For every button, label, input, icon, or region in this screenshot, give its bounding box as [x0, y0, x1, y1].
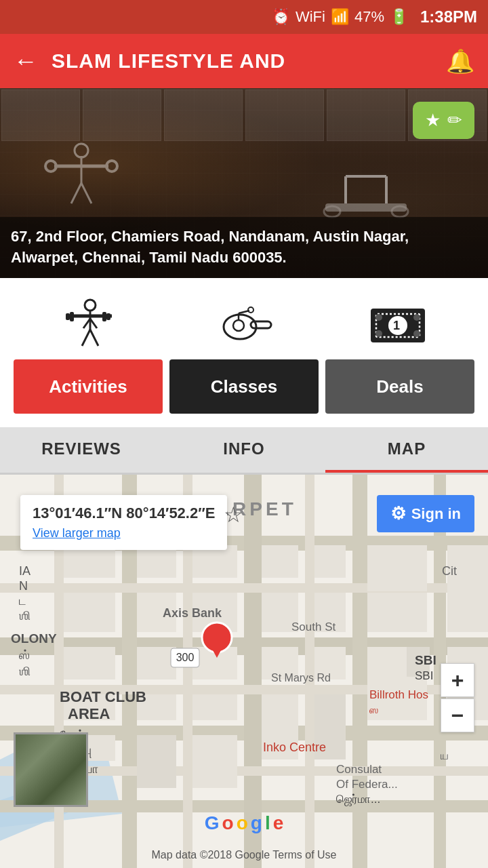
page-title: SLAM LIFESTYLE AND	[52, 50, 432, 73]
svg-line-5	[71, 183, 81, 203]
ceiling-light	[245, 90, 324, 141]
svg-rect-63	[192, 545, 237, 578]
svg-text:ஜெர்மா...: ஜெர்மா...	[336, 793, 380, 806]
svg-text:300: 300	[176, 652, 195, 663]
svg-point-34	[375, 314, 382, 321]
classes-icon	[214, 298, 274, 353]
google-g-red2: e	[273, 812, 284, 834]
google-g-blue2: g	[251, 812, 262, 834]
review-button[interactable]: ★ ✏	[413, 102, 474, 139]
svg-rect-77	[367, 593, 427, 632]
svg-text:SBI: SBI	[415, 653, 436, 667]
svg-text:IA: IA	[19, 564, 30, 578]
svg-rect-25	[251, 321, 271, 328]
gym-silhouette	[41, 142, 176, 224]
classes-icon-item	[176, 298, 312, 353]
svg-text:Billroth Hos: Billroth Hos	[369, 688, 428, 701]
map-area[interactable]: ALWARPET Axis Bank South St St Marys Rd …	[0, 475, 488, 868]
svg-text:ஶி: ஶி	[19, 609, 30, 623]
tab-map[interactable]: MAP	[325, 427, 488, 473]
svg-text:BOAT CLUB: BOAT CLUB	[60, 688, 146, 705]
svg-point-35	[413, 314, 420, 321]
activities-icon-item	[22, 298, 158, 353]
tab-info[interactable]: INFO	[163, 427, 325, 473]
svg-rect-18	[106, 313, 110, 320]
star-icon: ★	[425, 110, 441, 131]
svg-point-26	[233, 320, 244, 331]
status-time: 1:38PM	[420, 7, 477, 26]
svg-rect-68	[262, 545, 298, 578]
classes-button[interactable]: Classes	[169, 359, 319, 414]
svg-point-14	[85, 300, 96, 311]
tab-icons-row: 1	[0, 278, 488, 359]
top-bar: ← SLAM LIFESTYLE AND 🔔	[0, 34, 488, 88]
svg-text:Consulat: Consulat	[336, 763, 382, 776]
svg-text:ஶி: ஶி	[19, 665, 30, 678]
svg-point-37	[413, 330, 420, 337]
svg-text:St Marys Rd: St Marys Rd	[271, 672, 331, 684]
deals-icon-item: 1	[330, 298, 466, 353]
category-buttons-row: Activities Classes Deals	[0, 359, 488, 427]
svg-rect-49	[305, 475, 314, 868]
map-bookmark-button[interactable]: ☆	[224, 502, 243, 528]
battery-icon: 🔋	[390, 8, 408, 26]
coordinates-text: 13°01′46.1″N 80°14′52.2″E	[33, 505, 215, 522]
svg-rect-45	[352, 475, 367, 868]
view-larger-map-link[interactable]: View larger map	[33, 526, 215, 540]
svg-rect-55	[64, 647, 115, 679]
svg-line-21	[90, 330, 98, 346]
person-icon: ⚙	[390, 503, 406, 524]
svg-rect-54	[64, 593, 115, 632]
notification-bell-button[interactable]: 🔔	[446, 47, 474, 75]
svg-text:ட: ட	[19, 594, 26, 608]
google-g-blue: G	[205, 812, 220, 834]
alarm-icon: ⏰	[272, 8, 290, 26]
svg-text:ஸ: ஸ	[369, 704, 378, 715]
deals-icon: 1	[367, 298, 428, 353]
svg-text:AREA: AREA	[68, 705, 110, 722]
activities-icon	[60, 298, 121, 353]
svg-text:ஸ்: ஸ்	[19, 648, 30, 662]
map-copyright: Map data ©2018 Google Terms of Use	[152, 849, 337, 861]
ceiling-light	[164, 90, 243, 141]
activities-button[interactable]: Activities	[14, 359, 163, 414]
svg-text:Cit: Cit	[442, 564, 457, 578]
secondary-tabs: REVIEWS INFO MAP	[0, 427, 488, 475]
status-bar: ⏰ WiFi 📶 47% 🔋 1:38PM	[0, 0, 488, 34]
tab-reviews[interactable]: REVIEWS	[0, 427, 163, 473]
svg-rect-58	[137, 545, 176, 578]
signal-icon: 📶	[331, 8, 349, 26]
svg-rect-44	[244, 475, 262, 868]
wifi-icon: WiFi	[296, 8, 325, 26]
ceiling-light	[1, 90, 80, 141]
coordinates-box: 13°01′46.1″N 80°14′52.2″E View larger ma…	[20, 495, 227, 550]
svg-rect-79	[447, 545, 488, 632]
google-logo: G o o g l e	[205, 812, 283, 834]
svg-rect-62	[137, 735, 176, 788]
deals-button[interactable]: Deals	[325, 359, 474, 414]
svg-rect-19	[102, 312, 106, 321]
zoom-in-button[interactable]: +	[441, 663, 474, 697]
svg-text:SBI: SBI	[415, 669, 433, 682]
svg-text:Inko Centre: Inko Centre	[263, 741, 326, 754]
sign-in-button[interactable]: ⚙ Sign in	[377, 495, 474, 532]
zoom-controls: + −	[441, 663, 474, 732]
svg-line-20	[82, 330, 90, 346]
venue-address: 67, 2nd Floor, Chamiers Road, Nandanam, …	[0, 217, 488, 278]
svg-rect-53	[64, 545, 115, 578]
zoom-out-button[interactable]: −	[441, 698, 474, 732]
svg-rect-66	[192, 694, 237, 720]
google-g-yellow: o	[237, 812, 248, 834]
svg-point-36	[375, 330, 382, 337]
ceiling-light	[327, 90, 405, 141]
svg-text:Axis Bank: Axis Bank	[163, 606, 222, 620]
svg-text:ய: ய	[441, 749, 449, 762]
google-g-green: l	[265, 812, 270, 834]
satellite-view-button[interactable]	[14, 732, 88, 807]
hero-image: ★ ✏ 67, 2nd Floor, Chamiers Road, Nandan…	[0, 88, 488, 278]
back-button[interactable]: ←	[14, 49, 38, 73]
svg-text:1: 1	[393, 319, 400, 332]
sign-in-label: Sign in	[411, 505, 461, 523]
svg-rect-67	[192, 735, 237, 788]
svg-text:South St: South St	[291, 620, 336, 633]
